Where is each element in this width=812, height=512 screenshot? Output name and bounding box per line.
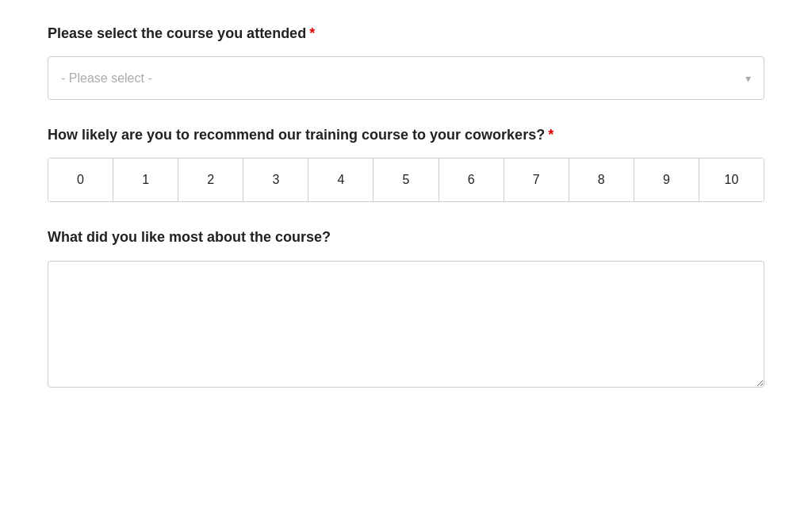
question-2-label: How likely are you to recommend our trai… xyxy=(48,125,764,145)
rating-grid: 012345678910 xyxy=(48,158,764,202)
rating-cell-9[interactable]: 9 xyxy=(634,159,699,201)
question-2-text: How likely are you to recommend our trai… xyxy=(48,127,545,143)
question-1-text: Please select the course you attended xyxy=(48,25,306,41)
rating-cell-8[interactable]: 8 xyxy=(569,159,634,201)
rating-cell-3[interactable]: 3 xyxy=(243,159,308,201)
rating-cell-4[interactable]: 4 xyxy=(308,159,373,201)
question-2-block: How likely are you to recommend our trai… xyxy=(48,125,764,202)
question-1-block: Please select the course you attended* -… xyxy=(48,24,764,100)
rating-cell-0[interactable]: 0 xyxy=(48,159,113,201)
feedback-textarea[interactable] xyxy=(48,261,764,388)
question-1-label: Please select the course you attended* xyxy=(48,24,764,44)
rating-cell-7[interactable]: 7 xyxy=(504,159,569,201)
rating-cell-5[interactable]: 5 xyxy=(373,159,439,201)
question-3-label: What did you like most about the course? xyxy=(48,227,764,247)
rating-cell-1[interactable]: 1 xyxy=(113,159,178,201)
course-select[interactable]: - Please select - xyxy=(48,57,764,99)
required-star-1: * xyxy=(309,25,315,41)
required-star-2: * xyxy=(548,127,553,143)
course-select-wrapper[interactable]: - Please select - ▾ xyxy=(48,56,764,100)
question-3-text: What did you like most about the course? xyxy=(48,229,331,245)
rating-cell-2[interactable]: 2 xyxy=(178,159,243,201)
rating-cell-6[interactable]: 6 xyxy=(439,159,504,201)
rating-cell-10[interactable]: 10 xyxy=(699,159,764,201)
question-3-block: What did you like most about the course? xyxy=(48,227,764,390)
